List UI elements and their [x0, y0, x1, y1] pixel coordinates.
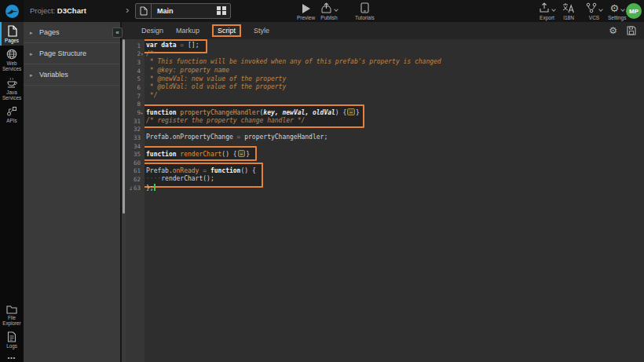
gutter-line: 62	[126, 175, 145, 184]
rail-item-java-services[interactable]: Java Services	[0, 74, 24, 103]
code-line[interactable]: * @oldVal: old value of the property	[146, 83, 644, 92]
globe-icon	[6, 49, 17, 60]
code-token: onReady	[173, 167, 203, 174]
save-icon[interactable]	[627, 26, 636, 35]
preview-label: Preview	[297, 15, 315, 20]
gutter: 12▾3456789▸3132333435606162i63	[126, 39, 145, 362]
accordion-page-structure[interactable]: ▸ Page Structure	[24, 43, 120, 64]
tutorials-button[interactable]: Tutorials	[355, 2, 375, 20]
rail-item-apis[interactable]: APIs	[0, 103, 24, 126]
code-token: var data	[146, 42, 180, 49]
code-token: }	[246, 151, 250, 158]
code-line[interactable]	[146, 142, 644, 151]
gutter-line: 35	[126, 150, 145, 159]
code-token: [];	[184, 42, 199, 49]
text-cursor	[154, 184, 156, 191]
collapse-panel-button[interactable]: «	[112, 27, 123, 38]
more-options-button[interactable]: •••	[0, 355, 24, 360]
code-line[interactable]: * @newVal: new value of the property	[146, 75, 644, 84]
code-lines[interactable]: var data = [];/* * This function will be…	[145, 39, 644, 362]
code-token: Prefab.	[146, 167, 173, 174]
code-line[interactable]	[146, 100, 644, 108]
tab-markup[interactable]: Markup	[176, 27, 199, 35]
nodes-icon	[6, 106, 17, 117]
rail-item-logs[interactable]: Logs	[0, 328, 24, 351]
page-icon	[7, 25, 17, 37]
accordion-label: Pages	[39, 28, 60, 36]
code-line[interactable]: function propertyChangeHandler(key, newV…	[146, 108, 644, 117]
grid-icon[interactable]	[217, 6, 227, 16]
code-line[interactable]: Prefab.onReady = function() {	[146, 167, 644, 176]
wavemaker-logo[interactable]	[0, 0, 24, 22]
code-token: ) {	[335, 109, 346, 116]
left-icon-rail: Pages Web Services Java Services	[0, 22, 24, 362]
code-token: function	[146, 109, 180, 116]
code-fold-widget[interactable]: ↔	[238, 150, 246, 157]
expand-arrow-icon: ▸	[30, 64, 33, 86]
code-line[interactable]: ····renderChart();	[146, 175, 644, 184]
code-token: () {	[240, 167, 255, 174]
chevron-down-icon	[551, 7, 556, 12]
code-token: function	[146, 151, 180, 158]
rail-item-web-services[interactable]: Web Services	[0, 46, 24, 74]
project-title: Project: D3Chart	[30, 6, 86, 15]
rail-bottom-group: File Explorer Logs	[0, 302, 24, 351]
code-token: /* register the property change handler …	[146, 117, 305, 124]
settings-button[interactable]: ⚙ Settings	[608, 2, 627, 20]
tab-script[interactable]: Script	[212, 24, 241, 37]
vcs-button[interactable]: VCS	[586, 2, 602, 20]
publish-button[interactable]: Publish	[320, 2, 338, 20]
scrollbar-thumb[interactable]	[123, 39, 125, 214]
selected-page-name: Main	[152, 7, 217, 15]
gutter-line: 61	[126, 167, 145, 176]
gutter-line: 34	[126, 142, 145, 151]
code-token: renderChart	[180, 151, 221, 158]
gear-icon: ⚙	[609, 3, 619, 13]
i18n-button[interactable]: I18N	[562, 2, 575, 20]
preview-button[interactable]: Preview	[297, 2, 315, 20]
page-selector[interactable]: Main	[135, 3, 231, 19]
code-token: * @key: property name	[146, 67, 229, 74]
code-line[interactable]: * @key: property name	[146, 67, 644, 75]
code-token: Prefab.onPropertyChange	[146, 133, 237, 141]
gutter-line: 8	[126, 100, 145, 108]
gear-icon[interactable]: ⚙	[609, 26, 617, 36]
gutter-line: 31	[126, 117, 145, 126]
rail-label: Web Services	[1, 60, 23, 71]
export-button[interactable]: Export	[539, 2, 555, 20]
chevron-down-icon	[598, 7, 603, 12]
i18n-label: I18N	[563, 15, 574, 20]
vcs-label: VCS	[589, 15, 599, 20]
rail-item-file-explorer[interactable]: File Explorer	[0, 302, 24, 328]
code-line[interactable]	[146, 159, 644, 167]
main-area: Design Markup Script Style ⚙ 12▾3456789▸…	[122, 22, 644, 362]
code-line[interactable]: * This function will be invoked when any…	[146, 58, 644, 67]
code-line[interactable]: Prefab.onPropertyChange = propertyChange…	[146, 133, 644, 142]
rail-label: Pages	[5, 38, 19, 43]
gutter-line: 33	[126, 133, 145, 142]
code-line[interactable]: var data = [];	[146, 42, 644, 50]
gutter-line: 6	[126, 83, 145, 92]
code-line[interactable]: };	[146, 184, 644, 192]
code-token: /*	[146, 50, 154, 57]
user-avatar[interactable]: MP	[626, 3, 642, 19]
code-line[interactable]: /* register the property change handler …	[146, 117, 644, 126]
top-header: Project: D3Chart › Main Preview Publish	[0, 0, 644, 22]
code-line[interactable]: function renderChart() {↔}	[146, 150, 644, 159]
code-editor[interactable]: 12▾3456789▸3132333435606162i63 var data …	[122, 39, 644, 362]
code-line[interactable]: */	[146, 92, 644, 101]
tab-style[interactable]: Style	[254, 27, 269, 35]
code-line[interactable]	[146, 125, 644, 133]
chevron-down-icon	[620, 7, 625, 12]
code-fold-widget[interactable]: ↔	[347, 108, 355, 115]
code-token: key, newVal, oldVal	[263, 109, 335, 116]
logo-icon	[5, 4, 20, 19]
code-line[interactable]: /*	[146, 50, 644, 59]
accordion-variables[interactable]: ▸ Variables	[24, 64, 120, 86]
code-token: renderChart();	[161, 175, 214, 182]
gutter-line: i63	[126, 184, 145, 192]
gutter-line: 5	[126, 75, 145, 84]
rail-item-pages[interactable]: Pages	[0, 22, 24, 46]
tab-design[interactable]: Design	[141, 27, 163, 35]
accordion-pages[interactable]: ▸ Pages «	[24, 22, 120, 43]
